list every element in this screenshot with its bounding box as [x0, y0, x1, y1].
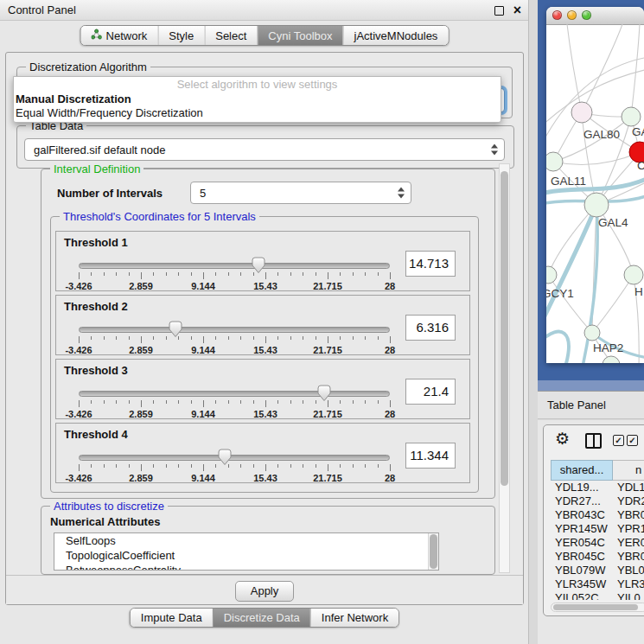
tick-mark [178, 272, 179, 276]
table-row[interactable]: YPR145WYPR1 [551, 522, 644, 536]
split-columns-icon[interactable] [585, 433, 602, 449]
algorithm-option-equal-width-frequency-discretization[interactable]: Equal Width/Frequency Discretization [14, 106, 501, 120]
attribute-item-topologicalcoefficient[interactable]: TopologicalCoefficient [54, 548, 438, 563]
slider-thumb[interactable] [218, 449, 232, 466]
table-horizontal-scrollbar[interactable] [551, 603, 644, 612]
apply-button[interactable]: Apply [235, 581, 294, 602]
network-edge[interactable] [553, 152, 640, 165]
slider-thumb[interactable] [252, 257, 265, 274]
network-edge[interactable] [548, 205, 596, 275]
tick-label: 2.859 [129, 473, 153, 483]
table-row[interactable]: YDR27...YDR2 [551, 494, 644, 508]
threshold-3-value-field[interactable]: 21.4 [405, 379, 456, 405]
network-node[interactable] [622, 107, 641, 126]
network-node[interactable] [584, 325, 600, 341]
cell-shared-name: YDR27... [551, 494, 613, 508]
network-canvas[interactable]: GAL80GAGAL11GAL4GCY1HHAP2C [546, 24, 644, 363]
tick-label: 28 [385, 345, 395, 355]
attribute-item-betweennesscentrality[interactable]: BetweennessCentrality [54, 563, 438, 571]
network-node[interactable] [603, 356, 620, 363]
tab-label: Style [169, 29, 194, 42]
checkbox-icon[interactable]: ✓ [613, 435, 624, 446]
discretization-algorithm-group-label: Discretization Algorithm [26, 61, 150, 73]
column-header-shared-name[interactable]: shared... [551, 460, 613, 481]
tick-label: -3.426 [65, 409, 92, 419]
tick-mark [353, 272, 354, 276]
list-scrollbar-thumb[interactable] [430, 534, 437, 569]
tab-discretize-data[interactable]: Discretize Data [213, 609, 310, 627]
network-window[interactable]: GAL80GAGAL11GAL4GCY1HHAP2C [546, 7, 644, 363]
slider-track[interactable] [79, 327, 390, 333]
control-panel-tabstrip: NetworkStyleSelectCyni ToolboxjActiveMNo… [80, 25, 450, 46]
network-edge[interactable] [592, 275, 634, 333]
tick-mark [215, 272, 216, 276]
float-window-icon[interactable] [494, 6, 504, 16]
tick-mark [203, 464, 204, 471]
network-edge[interactable] [582, 24, 622, 112]
table-scrollbar-thumb[interactable] [553, 604, 638, 610]
settings-scrollbar[interactable] [499, 163, 510, 573]
tick-mark [141, 336, 142, 343]
tab-impute-data[interactable]: Impute Data [131, 609, 213, 627]
threshold-4-value-field[interactable]: 11.344 [405, 443, 456, 469]
slider-track[interactable] [79, 455, 390, 461]
table-row[interactable]: YIL052CYIL0 [551, 591, 644, 600]
network-node[interactable] [546, 266, 557, 284]
slider-track[interactable] [79, 391, 390, 397]
algorithm-option-manual-discretization[interactable]: Manual Discretization [14, 92, 501, 106]
threshold-3-slider[interactable]: -3.4262.8599.14415.4321.71528 [79, 384, 390, 418]
tab-cyni-toolbox[interactable]: Cyni Toolbox [257, 26, 342, 45]
tick-mark [240, 464, 241, 468]
table-row[interactable]: YBL079WYBL0 [551, 564, 644, 577]
tab-network[interactable]: Network [81, 26, 158, 45]
network-node[interactable] [571, 102, 592, 123]
slider-track[interactable] [79, 263, 390, 269]
table-row[interactable]: YLR345WYLR3 [551, 577, 644, 591]
numerical-attributes-list[interactable]: SelfLoopsTopologicalCoefficientBetweenne… [54, 532, 439, 571]
threshold-4-slider[interactable]: -3.4262.8599.14415.4321.71528 [79, 448, 390, 482]
list-scrollbar[interactable] [428, 533, 438, 570]
close-window-icon[interactable]: × [513, 0, 521, 20]
tab-infer-network[interactable]: Infer Network [310, 609, 399, 627]
tab-select[interactable]: Select [204, 26, 257, 45]
tick-label: 15.43 [253, 473, 277, 483]
network-edge[interactable] [548, 275, 592, 333]
table-row[interactable]: YBR043CYBR0 [551, 508, 644, 522]
close-traffic-light-icon[interactable] [552, 10, 562, 20]
tab-label: Select [215, 29, 246, 42]
slider-thumb[interactable] [317, 385, 331, 402]
tab-jactivemnodules[interactable]: jActiveMNodules [343, 26, 449, 45]
threshold-label: Threshold 1 [64, 236, 128, 249]
checkbox-icon[interactable]: ✓ [627, 435, 638, 446]
column-header-name[interactable]: n [613, 460, 644, 481]
slider-thumb[interactable] [169, 321, 182, 338]
network-edge[interactable] [631, 24, 640, 117]
table-row[interactable]: YDL19...YDL1 [551, 481, 644, 494]
tick-mark [228, 464, 229, 468]
threshold-1-value-field[interactable]: 14.713 [405, 251, 456, 277]
network-node[interactable] [546, 152, 563, 171]
network-node[interactable] [624, 265, 643, 284]
table-data-select[interactable]: galFiltered.sif default node [24, 138, 505, 161]
minimize-traffic-light-icon[interactable] [567, 10, 577, 20]
tick-mark [116, 400, 117, 404]
threshold-2-slider[interactable]: -3.4262.8599.14415.4321.71528 [79, 320, 390, 354]
threshold-1-slider[interactable]: -3.4262.8599.14415.4321.71528 [79, 256, 390, 290]
network-edge[interactable] [567, 24, 582, 112]
network-node-label: H [634, 285, 643, 298]
table-row[interactable]: YBR045CYBR0 [551, 550, 644, 564]
table-row[interactable]: YER054CYER0 [551, 536, 644, 550]
zoom-traffic-light-icon[interactable] [582, 10, 591, 20]
attribute-item-selfloops[interactable]: SelfLoops [54, 533, 438, 548]
network-edge-thick[interactable] [546, 205, 596, 323]
tick-label: -3.426 [65, 281, 92, 291]
network-edge-thick[interactable] [546, 332, 569, 363]
network-node[interactable] [584, 193, 609, 217]
gear-icon[interactable]: ⚙ [555, 430, 570, 449]
settings-scrollbar-thumb[interactable] [501, 171, 508, 486]
tick-mark [353, 336, 354, 340]
threshold-3-panel: Threshold 3-3.4262.8599.14415.4321.71528… [55, 359, 470, 419]
tab-style[interactable]: Style [157, 26, 204, 45]
threshold-2-value-field[interactable]: 6.316 [405, 315, 456, 341]
number-of-intervals-select[interactable]: 5 [190, 182, 411, 204]
